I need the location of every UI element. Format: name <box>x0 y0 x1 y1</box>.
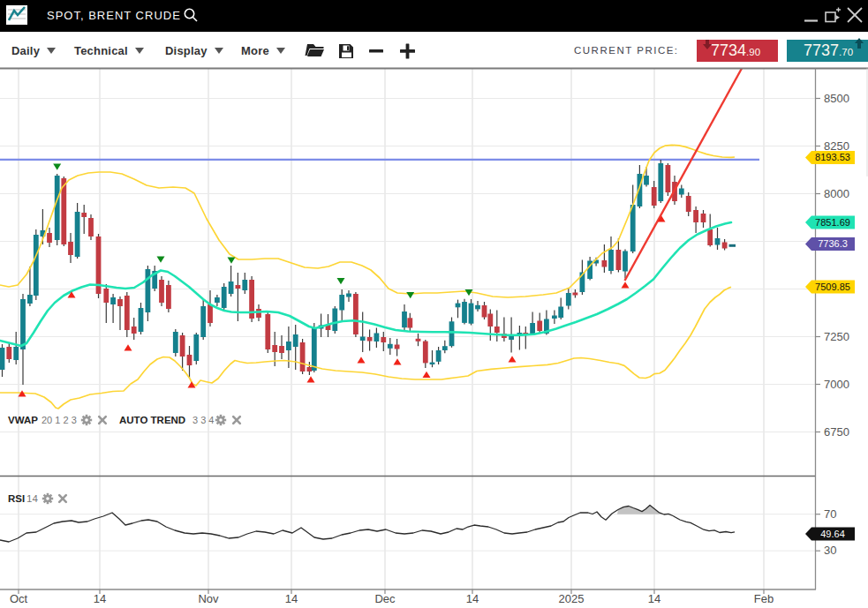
svg-text:7851.69: 7851.69 <box>815 217 850 228</box>
svg-text:7250: 7250 <box>824 330 849 343</box>
svg-text:14: 14 <box>285 592 298 605</box>
svg-text:2025: 2025 <box>559 592 585 605</box>
svg-text:30: 30 <box>824 544 836 557</box>
svg-text:6750: 6750 <box>824 425 849 439</box>
svg-text:14: 14 <box>648 592 660 605</box>
svg-text:70: 70 <box>824 507 836 521</box>
svg-text:14: 14 <box>466 592 479 605</box>
svg-text:8500: 8500 <box>824 92 849 105</box>
svg-text:Dec: Dec <box>374 592 396 605</box>
svg-text:20 1 2 3: 20 1 2 3 <box>42 415 77 425</box>
svg-text:49.64: 49.64 <box>820 529 845 539</box>
svg-text:Oct: Oct <box>10 592 28 605</box>
svg-text:VWAP: VWAP <box>8 415 38 425</box>
svg-text:8000: 8000 <box>824 187 849 200</box>
svg-text:Feb: Feb <box>754 592 774 605</box>
svg-text:RSI: RSI <box>8 493 25 504</box>
svg-text:3 3 4: 3 3 4 <box>192 415 214 425</box>
svg-text:8193.53: 8193.53 <box>815 152 850 162</box>
svg-text:14: 14 <box>94 592 106 605</box>
svg-text:14: 14 <box>26 493 38 504</box>
svg-text:7736.3: 7736.3 <box>818 238 848 249</box>
svg-text:AUTO TREND: AUTO TREND <box>119 415 185 425</box>
svg-text:8250: 8250 <box>824 139 849 153</box>
svg-text:7509.85: 7509.85 <box>815 281 850 292</box>
svg-text:7000: 7000 <box>824 378 849 391</box>
svg-text:Nov: Nov <box>198 592 219 605</box>
